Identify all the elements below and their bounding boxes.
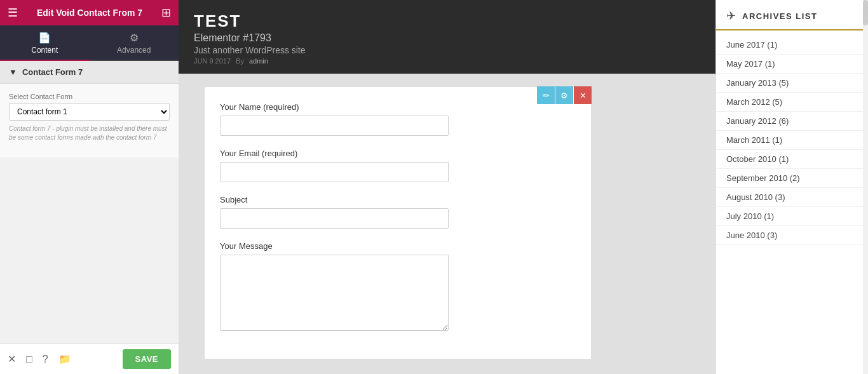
subject-label: Subject xyxy=(220,195,576,204)
tab-content[interactable]: 📄 Content xyxy=(0,25,90,61)
hamburger-icon[interactable]: ☰ xyxy=(8,6,18,20)
left-panel: ☰ Edit Void Contact From 7 ⊞ 📄 Content ⚙… xyxy=(0,0,179,374)
save-button[interactable]: SAVE xyxy=(123,349,171,369)
tab-advanced[interactable]: ⚙ Advanced xyxy=(90,25,179,60)
select-contact-form-label: Select Contact Form xyxy=(9,93,170,100)
right-sidebar: ✈ ARCHIVES LIST June 2017 (1)May 2017 (1… xyxy=(715,0,868,374)
archive-list: June 2017 (1)May 2017 (1)January 2013 (5… xyxy=(716,30,868,250)
archive-link[interactable]: June 2010 (3) xyxy=(726,230,777,240)
archive-list-item[interactable]: March 2012 (5) xyxy=(716,93,868,112)
name-input[interactable] xyxy=(220,116,449,136)
email-input[interactable] xyxy=(220,162,449,182)
email-label: Your Email (required) xyxy=(220,149,576,158)
section-arrow-icon: ▼ xyxy=(9,67,17,77)
archive-link[interactable]: July 2010 (1) xyxy=(726,211,774,221)
delete-widget-button[interactable]: ✕ xyxy=(574,86,592,104)
site-header-bar: TEST Elementor #1793 Just another WordPr… xyxy=(179,0,715,74)
main-content: TEST Elementor #1793 Just another WordPr… xyxy=(179,0,715,374)
archive-list-item[interactable]: October 2010 (1) xyxy=(716,150,868,169)
subject-field-group: Subject xyxy=(220,195,576,229)
help-icon[interactable]: ? xyxy=(43,354,48,365)
contact-form-widget: ✏ ⚙ ✕ Your Name (required) Your Email (r… xyxy=(204,86,592,359)
edit-widget-button[interactable]: ✏ xyxy=(537,86,555,104)
archive-list-item[interactable]: July 2010 (1) xyxy=(716,207,868,226)
email-field-group: Your Email (required) xyxy=(220,149,576,182)
grid-icon[interactable]: ⊞ xyxy=(161,6,171,20)
close-icon[interactable]: ✕ xyxy=(8,353,16,365)
by-label: By xyxy=(236,57,244,65)
archive-list-item[interactable]: June 2017 (1) xyxy=(716,36,868,55)
bottom-bar-left: ✕ □ ? 📁 xyxy=(8,353,71,365)
section-header-contact-form[interactable]: ▼ Contact Form 7 xyxy=(0,61,179,84)
archive-list-item[interactable]: June 2010 (3) xyxy=(716,226,868,245)
select-contact-form-field: Select Contact Form Contact form 1 Conta… xyxy=(9,93,170,142)
contact-form-select[interactable]: Contact form 1 xyxy=(9,103,170,121)
site-title: TEST xyxy=(194,11,700,31)
site-tagline: Just another WordPress site xyxy=(194,45,700,55)
form-controls: ✏ ⚙ ✕ xyxy=(537,86,592,104)
panel-body: ▼ Contact Form 7 Select Contact Form Con… xyxy=(0,61,179,344)
archive-list-item[interactable]: September 2010 (2) xyxy=(716,169,868,188)
archive-link[interactable]: March 2011 (1) xyxy=(726,135,782,145)
mobile-preview-icon[interactable]: □ xyxy=(26,354,32,365)
select-wrap: Contact form 1 xyxy=(9,103,170,121)
archive-link[interactable]: January 2012 (6) xyxy=(726,116,789,126)
archive-link[interactable]: September 2010 (2) xyxy=(726,173,800,183)
archives-header: ✈ ARCHIVES LIST xyxy=(716,0,868,30)
advanced-tab-label: Advanced xyxy=(117,46,151,55)
archive-link[interactable]: March 2012 (5) xyxy=(726,97,782,107)
settings-widget-button[interactable]: ⚙ xyxy=(555,86,573,104)
help-text: Contact form 7 - plugin must be installe… xyxy=(9,124,170,142)
archive-list-item[interactable]: March 2011 (1) xyxy=(716,131,868,150)
archive-link[interactable]: October 2010 (1) xyxy=(726,154,789,164)
archives-icon: ✈ xyxy=(726,9,736,23)
folder-icon[interactable]: 📁 xyxy=(58,353,71,365)
message-label: Your Message xyxy=(220,241,576,251)
section-header-title: Contact Form 7 xyxy=(22,67,83,77)
subject-input[interactable] xyxy=(220,208,449,229)
tabs-row: 📄 Content ⚙ Advanced xyxy=(0,25,179,61)
message-field-group: Your Message xyxy=(220,241,576,331)
section-body: Select Contact Form Contact form 1 Conta… xyxy=(0,84,179,157)
advanced-tab-icon: ⚙ xyxy=(130,32,139,44)
panel-title: Edit Void Contact From 7 xyxy=(37,8,142,18)
archive-link[interactable]: June 2017 (1) xyxy=(726,40,777,50)
archive-link[interactable]: August 2010 (3) xyxy=(726,192,785,202)
content-tab-icon: 📄 xyxy=(38,32,51,44)
archives-title: ARCHIVES LIST xyxy=(742,11,817,21)
name-label: Your Name (required) xyxy=(220,102,576,112)
canvas-area: ✏ ⚙ ✕ Your Name (required) Your Email (r… xyxy=(179,74,715,372)
author-link[interactable]: admin xyxy=(249,57,268,65)
name-field-group: Your Name (required) xyxy=(220,102,576,136)
archive-link[interactable]: May 2017 (1) xyxy=(726,59,775,69)
archive-list-item[interactable]: May 2017 (1) xyxy=(716,55,868,74)
message-textarea[interactable] xyxy=(220,255,449,331)
archive-list-item[interactable]: January 2012 (6) xyxy=(716,112,868,131)
elementor-id: Elementor #1793 xyxy=(194,32,700,44)
archive-link[interactable]: January 2013 (5) xyxy=(726,78,789,88)
bottom-bar: ✕ □ ? 📁 SAVE xyxy=(0,344,179,374)
archive-list-item[interactable]: August 2010 (3) xyxy=(716,188,868,207)
post-date: JUN 9 2017 xyxy=(194,57,231,65)
site-meta: JUN 9 2017 By admin xyxy=(194,57,700,65)
archive-list-item[interactable]: January 2013 (5) xyxy=(716,74,868,93)
left-header: ☰ Edit Void Contact From 7 ⊞ xyxy=(0,0,179,25)
content-tab-label: Content xyxy=(31,46,58,55)
